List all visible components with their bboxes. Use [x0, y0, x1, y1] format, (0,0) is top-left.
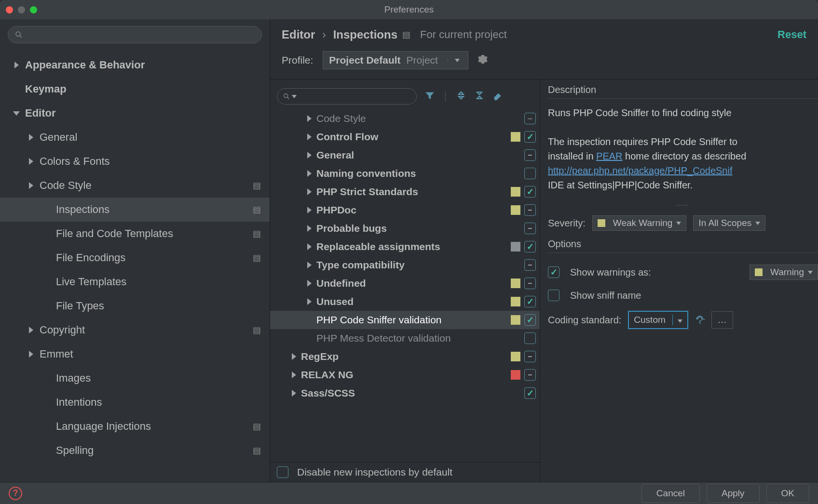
warnings-as-select[interactable]: Warning: [750, 265, 818, 280]
inspection-label: PHP Code Sniffer validation: [316, 314, 511, 326]
project-hint: For current project: [420, 28, 507, 41]
inspections-tree: Code StyleControl FlowGeneralNaming conv…: [270, 109, 540, 462]
inspection-checkbox[interactable]: [524, 332, 536, 344]
show-warnings-checkbox[interactable]: [548, 266, 559, 278]
inspections-search-input[interactable]: [277, 88, 417, 105]
sidebar-item-code-style[interactable]: Code Style▤: [0, 173, 270, 198]
inspection-checkbox[interactable]: [524, 387, 536, 399]
project-scope-icon: ▤: [253, 252, 261, 263]
inspection-row-sass-scss[interactable]: Sass/SCSS: [270, 384, 540, 402]
inspection-checkbox[interactable]: [524, 168, 536, 179]
profile-select[interactable]: Project Default Project: [323, 51, 468, 69]
sidebar-item-emmet[interactable]: Emmet: [0, 342, 270, 366]
sidebar-item-file-encodings[interactable]: File Encodings▤: [0, 246, 270, 270]
inspection-checkbox[interactable]: [524, 223, 536, 234]
inspection-checkbox[interactable]: [524, 113, 536, 124]
inspection-row-control-flow[interactable]: Control Flow: [270, 128, 540, 146]
inspection-row-replaceable-assignments[interactable]: Replaceable assignments: [270, 238, 540, 256]
inspection-row-php-strict-standards[interactable]: PHP Strict Standards: [270, 183, 540, 201]
pear-link[interactable]: PEAR: [596, 151, 622, 161]
inspection-label: General: [316, 149, 524, 161]
inspection-checkbox[interactable]: [524, 296, 536, 307]
sidebar-item-language-injections[interactable]: Language Injections▤: [0, 414, 270, 438]
inspection-row-code-style[interactable]: Code Style: [270, 109, 540, 128]
inspection-row-php-mess-detector-validation[interactable]: PHP Mess Detector validation: [270, 329, 540, 347]
inspections-toolbar: ┊: [270, 80, 540, 109]
filter-icon[interactable]: [424, 90, 435, 103]
inspection-row-naming-conventions[interactable]: Naming conventions: [270, 164, 540, 183]
inspection-checkbox[interactable]: [524, 314, 536, 326]
inspection-checkbox[interactable]: [524, 204, 536, 216]
sidebar-item-editor[interactable]: Editor: [0, 101, 270, 125]
scope-select[interactable]: In All Scopes: [693, 215, 765, 231]
inspection-row-php-code-sniffer-validation[interactable]: PHP Code Sniffer validation: [270, 311, 540, 329]
search-input[interactable]: [8, 26, 262, 43]
ok-button[interactable]: OK: [766, 484, 809, 503]
inspection-row-regexp[interactable]: RegExp: [270, 347, 540, 366]
inspection-label: Type compatibility: [316, 259, 524, 271]
sidebar-item-appearance-behavior[interactable]: Appearance & Behavior: [0, 53, 270, 77]
inspection-checkbox[interactable]: [524, 259, 536, 271]
severity-row: Severity: Weak Warning In All Scopes: [548, 215, 818, 231]
tree-arrow-icon: [43, 302, 51, 310]
inspection-checkbox[interactable]: [524, 149, 536, 161]
help-button[interactable]: ?: [9, 487, 22, 500]
inspection-row-relax-ng[interactable]: RELAX NG: [270, 366, 540, 384]
tree-arrow-icon: [43, 254, 51, 262]
description-body: Runs PHP Code Sniffer to find coding sty…: [548, 106, 818, 192]
reset-link[interactable]: Reset: [777, 28, 806, 41]
collapse-all-icon[interactable]: [474, 90, 485, 103]
sidebar-item-images[interactable]: Images: [0, 366, 270, 390]
eraser-icon[interactable]: [492, 90, 503, 103]
sidebar-item-spelling[interactable]: Spelling▤: [0, 438, 270, 463]
sidebar-item-colors-fonts[interactable]: Colors & Fonts: [0, 149, 270, 173]
inspection-checkbox[interactable]: [524, 241, 536, 252]
inspection-row-probable-bugs[interactable]: Probable bugs: [270, 219, 540, 238]
severity-label: Severity:: [548, 218, 586, 229]
inspection-checkbox[interactable]: [524, 369, 536, 381]
inspection-checkbox[interactable]: [524, 131, 536, 143]
tree-arrow-icon: [27, 133, 35, 141]
inspection-row-unused[interactable]: Unused: [270, 292, 540, 311]
browse-button[interactable]: …: [711, 311, 733, 329]
cancel-button[interactable]: Cancel: [641, 484, 700, 503]
zoom-window-button[interactable]: [30, 6, 37, 13]
severity-swatch: [511, 279, 520, 288]
apply-button[interactable]: Apply: [707, 484, 760, 503]
severity-select[interactable]: Weak Warning: [592, 215, 687, 231]
inspection-row-phpdoc[interactable]: PHPDoc: [270, 201, 540, 219]
coding-standard-select[interactable]: Custom: [628, 311, 688, 329]
sidebar-item-keymap[interactable]: Keymap: [0, 77, 270, 101]
refresh-icon[interactable]: [695, 314, 705, 326]
expand-all-icon[interactable]: [456, 90, 466, 103]
inspection-row-type-compatibility[interactable]: Type compatibility: [270, 256, 540, 274]
sidebar-item-file-types[interactable]: File Types: [0, 294, 270, 318]
sidebar-item-label: File and Code Templates: [56, 227, 253, 240]
sidebar-item-file-and-code-templates[interactable]: File and Code Templates▤: [0, 222, 270, 246]
sidebar-item-live-templates[interactable]: Live Templates: [0, 270, 270, 294]
inspection-checkbox[interactable]: [524, 186, 536, 198]
inspection-row-undefined[interactable]: Undefined: [270, 274, 540, 292]
resize-handle[interactable]: ⋯⋯: [548, 202, 818, 209]
sidebar-item-copyright[interactable]: Copyright▤: [0, 318, 270, 342]
inspection-row-general[interactable]: General: [270, 146, 540, 164]
sidebar-item-label: Editor: [25, 107, 261, 119]
inspection-label: Unused: [316, 296, 511, 307]
inspection-checkbox[interactable]: [524, 351, 536, 362]
minimize-window-button[interactable]: [18, 6, 25, 13]
tree-arrow-icon: [43, 230, 51, 238]
inspection-label: RegExp: [301, 351, 511, 362]
inspection-label: PHP Strict Standards: [316, 186, 511, 198]
pear-package-link[interactable]: http://pear.php.net/package/PHP_CodeSnif: [548, 165, 733, 176]
inspection-checkbox[interactable]: [524, 278, 536, 289]
show-sniff-checkbox[interactable]: [548, 290, 559, 301]
project-scope-icon: ▤: [253, 421, 261, 432]
sidebar-item-intentions[interactable]: Intentions: [0, 390, 270, 414]
sidebar-item-inspections[interactable]: Inspections▤: [0, 198, 270, 222]
close-window-button[interactable]: [6, 6, 13, 13]
severity-swatch: [511, 297, 520, 306]
gear-icon[interactable]: [478, 54, 488, 66]
disable-new-inspections-checkbox[interactable]: [277, 466, 288, 478]
severity-swatch: [511, 187, 520, 197]
sidebar-item-general[interactable]: General: [0, 125, 270, 149]
